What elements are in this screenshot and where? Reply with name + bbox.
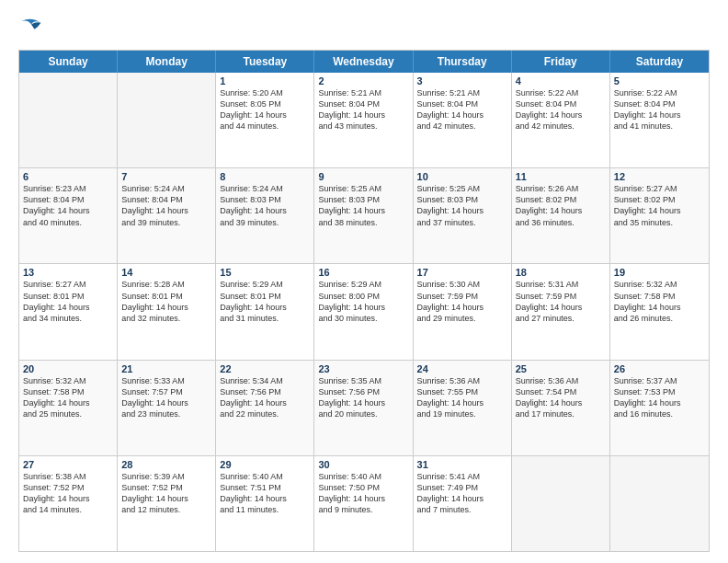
day-number: 7 xyxy=(121,171,211,182)
day-info: Sunrise: 5:36 AMSunset: 7:55 PMDaylight:… xyxy=(417,375,507,420)
calendar-cell xyxy=(118,73,216,167)
day-info: Sunrise: 5:29 AMSunset: 8:01 PMDaylight:… xyxy=(220,279,310,324)
header-day-thursday: Thursday xyxy=(414,51,512,73)
logo xyxy=(18,15,48,40)
day-info: Sunrise: 5:27 AMSunset: 8:02 PMDaylight:… xyxy=(614,183,705,228)
calendar-week-1: 1Sunrise: 5:20 AMSunset: 8:05 PMDaylight… xyxy=(19,73,709,168)
calendar-cell xyxy=(610,456,709,551)
calendar-week-3: 13Sunrise: 5:27 AMSunset: 8:01 PMDayligh… xyxy=(19,264,709,360)
day-info: Sunrise: 5:40 AMSunset: 7:51 PMDaylight:… xyxy=(220,471,310,516)
calendar-cell: 18Sunrise: 5:31 AMSunset: 7:59 PMDayligh… xyxy=(512,264,610,359)
calendar-cell: 13Sunrise: 5:27 AMSunset: 8:01 PMDayligh… xyxy=(19,264,118,359)
calendar-cell: 2Sunrise: 5:21 AMSunset: 8:04 PMDaylight… xyxy=(314,73,413,167)
logo-icon xyxy=(18,15,44,40)
calendar-cell: 14Sunrise: 5:28 AMSunset: 8:01 PMDayligh… xyxy=(118,264,216,359)
day-number: 9 xyxy=(318,171,408,182)
header-day-monday: Monday xyxy=(118,51,216,73)
calendar-cell: 26Sunrise: 5:37 AMSunset: 7:53 PMDayligh… xyxy=(610,361,709,455)
calendar-cell: 5Sunrise: 5:22 AMSunset: 8:04 PMDaylight… xyxy=(610,73,709,167)
day-info: Sunrise: 5:22 AMSunset: 8:04 PMDaylight:… xyxy=(516,87,606,132)
calendar-cell: 31Sunrise: 5:41 AMSunset: 7:49 PMDayligh… xyxy=(414,456,512,551)
calendar-cell: 1Sunrise: 5:20 AMSunset: 8:05 PMDaylight… xyxy=(216,73,314,167)
day-number: 1 xyxy=(220,75,310,86)
day-info: Sunrise: 5:32 AMSunset: 7:58 PMDaylight:… xyxy=(23,375,113,420)
calendar-body: 1Sunrise: 5:20 AMSunset: 8:05 PMDaylight… xyxy=(19,73,709,551)
day-info: Sunrise: 5:37 AMSunset: 7:53 PMDaylight:… xyxy=(614,375,705,420)
header-day-friday: Friday xyxy=(512,51,610,73)
calendar-cell: 24Sunrise: 5:36 AMSunset: 7:55 PMDayligh… xyxy=(414,361,512,455)
calendar-cell: 20Sunrise: 5:32 AMSunset: 7:58 PMDayligh… xyxy=(19,361,118,455)
calendar-cell: 25Sunrise: 5:36 AMSunset: 7:54 PMDayligh… xyxy=(512,361,610,455)
day-info: Sunrise: 5:22 AMSunset: 8:04 PMDaylight:… xyxy=(614,87,705,132)
calendar-cell: 19Sunrise: 5:32 AMSunset: 7:58 PMDayligh… xyxy=(610,264,709,359)
day-number: 20 xyxy=(23,363,113,374)
day-info: Sunrise: 5:21 AMSunset: 8:04 PMDaylight:… xyxy=(318,87,408,132)
day-info: Sunrise: 5:24 AMSunset: 8:04 PMDaylight:… xyxy=(121,183,211,228)
day-info: Sunrise: 5:25 AMSunset: 8:03 PMDaylight:… xyxy=(417,183,507,228)
day-info: Sunrise: 5:31 AMSunset: 7:59 PMDaylight:… xyxy=(516,279,606,324)
calendar-cell: 21Sunrise: 5:33 AMSunset: 7:57 PMDayligh… xyxy=(118,361,216,455)
day-info: Sunrise: 5:27 AMSunset: 8:01 PMDaylight:… xyxy=(23,279,113,324)
day-info: Sunrise: 5:25 AMSunset: 8:03 PMDaylight:… xyxy=(318,183,408,228)
calendar: SundayMondayTuesdayWednesdayThursdayFrid… xyxy=(18,50,710,552)
day-number: 19 xyxy=(614,267,705,278)
day-info: Sunrise: 5:21 AMSunset: 8:04 PMDaylight:… xyxy=(417,87,507,132)
day-number: 13 xyxy=(23,267,113,278)
calendar-cell: 9Sunrise: 5:25 AMSunset: 8:03 PMDaylight… xyxy=(314,168,413,263)
header-day-wednesday: Wednesday xyxy=(314,51,413,73)
calendar-cell: 23Sunrise: 5:35 AMSunset: 7:56 PMDayligh… xyxy=(314,361,413,455)
day-number: 23 xyxy=(318,363,408,374)
calendar-cell: 11Sunrise: 5:26 AMSunset: 8:02 PMDayligh… xyxy=(512,168,610,263)
day-number: 2 xyxy=(318,75,408,86)
page-header xyxy=(18,15,710,40)
calendar-week-2: 6Sunrise: 5:23 AMSunset: 8:04 PMDaylight… xyxy=(19,168,709,264)
calendar-header: SundayMondayTuesdayWednesdayThursdayFrid… xyxy=(19,51,709,73)
calendar-week-5: 27Sunrise: 5:38 AMSunset: 7:52 PMDayligh… xyxy=(19,456,709,551)
day-number: 18 xyxy=(516,267,606,278)
calendar-cell: 22Sunrise: 5:34 AMSunset: 7:56 PMDayligh… xyxy=(216,361,314,455)
calendar-cell: 6Sunrise: 5:23 AMSunset: 8:04 PMDaylight… xyxy=(19,168,118,263)
calendar-cell: 17Sunrise: 5:30 AMSunset: 7:59 PMDayligh… xyxy=(414,264,512,359)
day-number: 6 xyxy=(23,171,113,182)
day-info: Sunrise: 5:28 AMSunset: 8:01 PMDaylight:… xyxy=(121,279,211,324)
calendar-cell xyxy=(19,73,118,167)
day-number: 22 xyxy=(220,363,310,374)
calendar-cell: 7Sunrise: 5:24 AMSunset: 8:04 PMDaylight… xyxy=(118,168,216,263)
day-number: 12 xyxy=(614,171,705,182)
day-number: 4 xyxy=(516,75,606,86)
calendar-cell: 16Sunrise: 5:29 AMSunset: 8:00 PMDayligh… xyxy=(314,264,413,359)
header-day-tuesday: Tuesday xyxy=(216,51,314,73)
day-info: Sunrise: 5:33 AMSunset: 7:57 PMDaylight:… xyxy=(121,375,211,420)
day-info: Sunrise: 5:39 AMSunset: 7:52 PMDaylight:… xyxy=(121,471,211,516)
day-number: 31 xyxy=(417,459,507,470)
calendar-cell: 4Sunrise: 5:22 AMSunset: 8:04 PMDaylight… xyxy=(512,73,610,167)
day-info: Sunrise: 5:41 AMSunset: 7:49 PMDaylight:… xyxy=(417,471,507,516)
day-number: 3 xyxy=(417,75,507,86)
day-number: 24 xyxy=(417,363,507,374)
day-number: 21 xyxy=(121,363,211,374)
day-number: 17 xyxy=(417,267,507,278)
day-number: 28 xyxy=(121,459,211,470)
calendar-cell: 12Sunrise: 5:27 AMSunset: 8:02 PMDayligh… xyxy=(610,168,709,263)
calendar-cell xyxy=(512,456,610,551)
day-number: 14 xyxy=(121,267,211,278)
day-number: 30 xyxy=(318,459,408,470)
header-day-saturday: Saturday xyxy=(610,51,709,73)
header-day-sunday: Sunday xyxy=(19,51,118,73)
day-info: Sunrise: 5:35 AMSunset: 7:56 PMDaylight:… xyxy=(318,375,408,420)
day-info: Sunrise: 5:23 AMSunset: 8:04 PMDaylight:… xyxy=(23,183,113,228)
day-info: Sunrise: 5:24 AMSunset: 8:03 PMDaylight:… xyxy=(220,183,310,228)
calendar-week-4: 20Sunrise: 5:32 AMSunset: 7:58 PMDayligh… xyxy=(19,361,709,456)
day-info: Sunrise: 5:30 AMSunset: 7:59 PMDaylight:… xyxy=(417,279,507,324)
day-info: Sunrise: 5:36 AMSunset: 7:54 PMDaylight:… xyxy=(516,375,606,420)
calendar-cell: 3Sunrise: 5:21 AMSunset: 8:04 PMDaylight… xyxy=(414,73,512,167)
calendar-cell: 27Sunrise: 5:38 AMSunset: 7:52 PMDayligh… xyxy=(19,456,118,551)
day-number: 8 xyxy=(220,171,310,182)
day-number: 29 xyxy=(220,459,310,470)
day-info: Sunrise: 5:34 AMSunset: 7:56 PMDaylight:… xyxy=(220,375,310,420)
day-info: Sunrise: 5:38 AMSunset: 7:52 PMDaylight:… xyxy=(23,471,113,516)
day-number: 27 xyxy=(23,459,113,470)
calendar-cell: 8Sunrise: 5:24 AMSunset: 8:03 PMDaylight… xyxy=(216,168,314,263)
day-number: 10 xyxy=(417,171,507,182)
day-info: Sunrise: 5:20 AMSunset: 8:05 PMDaylight:… xyxy=(220,87,310,132)
